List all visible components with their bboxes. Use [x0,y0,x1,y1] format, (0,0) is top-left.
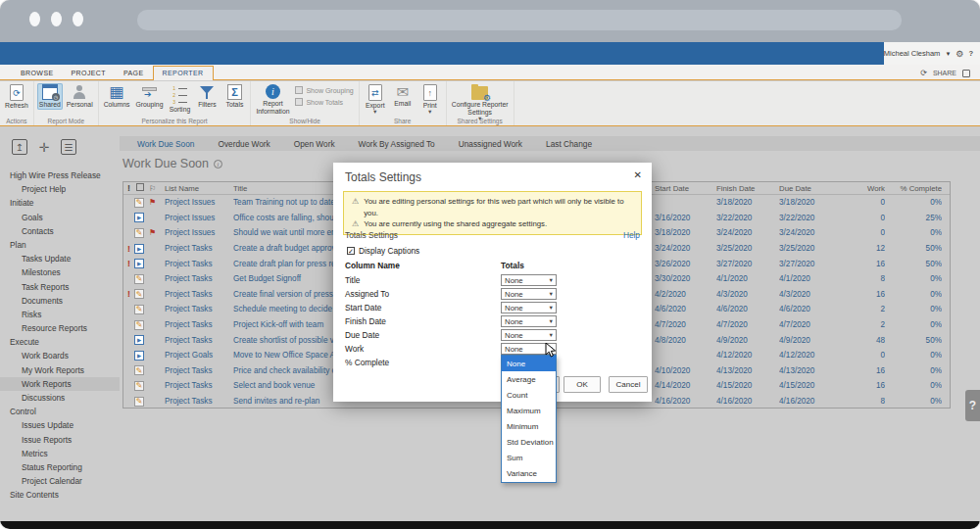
list-name-cell[interactable]: Project Issues [165,214,233,222]
row-checkbox[interactable]: ✎ [134,305,149,314]
sidebar-item-risks[interactable]: Risks [0,308,120,321]
sidebar-item-issues-update[interactable]: Issues Update [0,418,120,432]
sidebar-item-execute[interactable]: Execute [0,335,120,349]
ribbon-button-sorting[interactable]: 123Sorting [167,83,192,115]
ribbon-button-filters[interactable]: Filters [194,83,220,110]
dropdown-option-std-deviation[interactable]: Std Deviation [502,434,556,450]
row-checkbox[interactable]: ✎ [134,198,149,208]
ribbon-button-totals[interactable]: ΣTotals [221,83,247,110]
ribbon-button-personal[interactable]: Personal [65,83,95,110]
sidebar-item-task-reports[interactable]: Task Reports [0,280,120,294]
sidebar-item-discussions[interactable]: Discussions [0,391,120,405]
edit-item-icon[interactable]: ✎ [134,320,144,330]
list-name-cell[interactable]: Project Tasks [165,274,233,283]
sidebar-item-goals[interactable]: Goals [0,211,120,224]
sidebar-item-control[interactable]: Control [0,405,120,418]
display-captions-checkbox[interactable]: ✓ [347,247,355,255]
list-name-cell[interactable]: Project Tasks [165,397,233,406]
view-tab-work-due-soon[interactable]: Work Due Soon [137,139,194,149]
sidebar-item-documents[interactable]: Documents [0,294,120,308]
edit-item-icon[interactable]: ✎ [134,289,144,299]
ribbon-button-email[interactable]: ✉Email [390,83,416,109]
help-icon[interactable]: ? [968,49,973,58]
focus-mode-icon[interactable] [962,70,970,77]
ribbon-button-refresh[interactable]: ⟳Refresh [3,83,30,111]
user-menu[interactable]: Micheal Clesham [884,49,941,58]
ribbon-button-shared[interactable]: ◷Shared [37,83,63,110]
sidebar-item-site-contents[interactable]: Site Contents [0,488,120,502]
promote-icon[interactable]: ↥ [12,139,27,155]
dropdown-option-minimum[interactable]: Minimum [502,418,556,434]
ribbon-tab-project[interactable]: PROJECT [63,67,115,79]
list-name-cell[interactable]: Project Goals [165,351,233,360]
ribbon-button-print[interactable]: ↑Print▼ [417,83,443,116]
row-checkbox[interactable]: ✎ [134,289,149,299]
list-name-cell[interactable]: Project Tasks [165,260,233,268]
row-checkbox[interactable]: ✎ [134,397,149,407]
edit-item-icon[interactable]: ✎ [134,274,144,284]
sidebar-item-my-work-reports[interactable]: My Work Reports [0,363,120,377]
edit-item-icon[interactable]: ✎ [134,365,144,375]
close-icon[interactable]: ✕ [634,169,642,180]
list-name-cell[interactable]: Project Tasks [165,381,233,390]
ribbon-tab-browse[interactable]: BROWSE [12,67,63,79]
checkbox-show-grouping[interactable]: Show Grouping [295,86,353,94]
dropdown-option-count[interactable]: Count [502,387,556,403]
sidebar-item-status-reporting[interactable]: Status Reporting [0,460,120,474]
sidebar-item-tasks-update[interactable]: Tasks Update [0,252,120,265]
edit-item-icon[interactable]: ✎ [134,198,144,208]
totals-select-title[interactable]: None▼ [501,274,557,286]
move-icon[interactable]: ✛ [36,139,52,155]
open-item-icon[interactable]: ▶ [134,244,144,254]
cancel-button[interactable]: Cancel [609,376,648,393]
start-date-header[interactable]: Start Date [655,184,716,193]
row-checkbox[interactable]: ▶ [134,213,149,222]
row-checkbox[interactable]: ▶ [134,335,149,345]
share-button[interactable]: SHARE [933,70,956,76]
view-tab-overdue-work[interactable]: Overdue Work [218,139,270,149]
finish-date-header[interactable]: Finish Date [716,184,779,193]
sidebar-item-resource-reports[interactable]: Resource Reports [0,321,120,335]
checkbox-show-totals[interactable]: Show Totals [295,98,353,106]
sidebar-item-issue-reports[interactable]: Issue Reports [0,433,120,447]
totals-select-assigned-to[interactable]: None▼ [501,288,557,300]
notes-icon[interactable]: ☰ [61,139,76,155]
list-name-header[interactable]: List Name [165,184,233,193]
gear-icon[interactable]: ⚙ [956,49,963,59]
sync-icon[interactable]: ⟳ [920,69,927,77]
ribbon-tab-reporter[interactable]: REPORTER [153,66,214,80]
edit-item-icon[interactable]: ✎ [134,397,144,407]
row-checkbox[interactable]: ▶ [134,351,149,361]
open-item-icon[interactable]: ▶ [134,213,144,222]
list-name-cell[interactable]: Project Tasks [165,244,233,253]
edit-item-icon[interactable]: ✎ [134,305,144,314]
edit-item-icon[interactable]: ✎ [134,381,144,391]
complete-header[interactable]: % Complete [885,184,942,193]
sidebar-item-plan[interactable]: Plan [0,238,120,252]
sidebar-item-initiate[interactable]: Initiate [0,196,120,210]
row-checkbox[interactable]: ▶ [134,244,149,254]
row-checkbox[interactable]: ✎ [134,365,149,375]
window-control-dot[interactable] [29,12,40,26]
list-name-cell[interactable]: Project Tasks [165,366,233,375]
work-header[interactable]: Work [856,184,885,193]
row-checkbox[interactable]: ✎ [134,320,149,330]
ribbon-button-columns[interactable]: ▦Columns [102,83,132,110]
view-tab-work-by-assigned-to[interactable]: Work By Assigned To [359,139,435,149]
sidebar-item-work-boards[interactable]: Work Boards [0,349,120,362]
window-control-dot[interactable] [51,12,62,26]
dropdown-option-maximum[interactable]: Maximum [502,403,556,418]
edit-item-icon[interactable]: ✎ [134,228,144,238]
totals-select-due-date[interactable]: None▼ [501,329,557,341]
list-name-cell[interactable]: Project Tasks [165,336,233,345]
dropdown-option-sum[interactable]: Sum [502,451,556,466]
sidebar-item-project-help[interactable]: Project Help [0,182,120,196]
sidebar-item-project-calendar[interactable]: Project Calendar [0,474,120,488]
totals-select-start-date[interactable]: None▼ [501,302,557,313]
ribbon-button-export[interactable]: ⇄Export▼ [363,83,388,116]
view-tab-last-change[interactable]: Last Change [546,139,592,149]
list-name-cell[interactable]: Project Tasks [165,305,233,313]
sidebar-item-metrics[interactable]: Metrics [0,447,120,460]
sidebar-item-contacts[interactable]: Contacts [0,224,120,238]
ribbon-button-grouping[interactable]: ➔Grouping [133,83,165,110]
